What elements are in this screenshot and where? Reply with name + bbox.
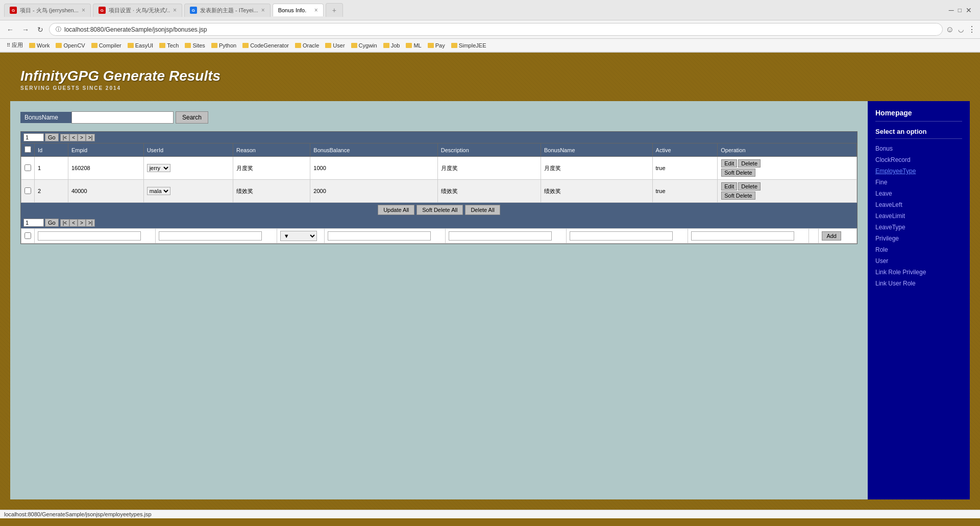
bookmark-cygwin-label: Cygwin [359,42,377,49]
sidebar-item-leavelimit[interactable]: LeaveLimit [875,210,962,222]
tab-3[interactable]: G 发表新的主题 - ITeyei... × [184,4,271,17]
back-btn[interactable]: ← [4,25,16,35]
sidebar-item-clockrecord[interactable]: ClockRecord [875,154,962,165]
bottom-first-page-btn[interactable]: |< [60,219,69,227]
bookmark-cygwin[interactable]: Cygwin [349,41,380,50]
row2-checkbox[interactable] [24,187,31,194]
top-page-input[interactable] [23,133,44,141]
search-button[interactable]: Search [176,111,208,124]
bookmark-tech[interactable]: Tech [157,41,181,50]
bottom-prev-page-btn[interactable]: < [69,219,78,227]
bookmark-easyui-label: EasyUI [135,42,153,49]
add-id-input[interactable] [38,231,141,241]
add-bonusname-input[interactable] [691,231,794,241]
sidebar-item-link-user-role[interactable]: Link User Role [875,278,962,289]
prev-page-btn[interactable]: < [69,134,78,141]
row2-bonusname: 绩效奖 [541,180,652,203]
sidebar-item-leaveleft[interactable]: LeaveLeft [875,199,962,210]
row2-delete-btn[interactable]: Delete [738,182,761,190]
row2-edit-btn[interactable]: Edit [721,182,737,190]
sidebar-item-employeetype[interactable]: EmployeeType [875,165,962,177]
add-checkbox[interactable] [24,232,31,239]
row1-operations: EditDelete Soft Delete [718,157,857,180]
bookmark-compiler-label: Compiler [99,42,121,49]
update-all-btn[interactable]: Update All [378,205,414,215]
sidebar-item-leave[interactable]: Leave [875,188,962,199]
add-bonusbalance-input[interactable] [449,231,552,241]
sidebar-item-user[interactable]: User [875,255,962,267]
close-btn[interactable]: ✕ [966,6,972,14]
row1-soft-delete-btn[interactable]: Soft Delete [721,169,755,177]
sidebar-homepage[interactable]: Homepage [875,109,962,122]
tab-3-close[interactable]: × [261,7,265,14]
tab-1[interactable]: G 项目 - 火鸟 (jerryshen... × [4,4,91,17]
first-page-btn[interactable]: |< [60,134,69,141]
next-page-btn[interactable]: > [78,134,86,141]
row2-soft-delete-btn[interactable]: Soft Delete [721,192,755,200]
row1-delete-btn[interactable]: Delete [738,159,761,168]
add-empid-input[interactable] [159,231,262,241]
search-input[interactable] [71,111,174,124]
bookmark-python[interactable]: Python [209,41,239,50]
bookmark-compiler[interactable]: Compiler [89,41,124,50]
profile-icon[interactable]: ☺ [946,25,954,34]
bottom-last-page-btn[interactable]: >| [86,219,95,227]
sidebar-item-link-role-privilege[interactable]: Link Role Privilege [875,267,962,278]
tab-2-close[interactable]: × [173,7,177,14]
minimize-btn[interactable]: ─ [949,6,954,14]
bottom-page-input[interactable] [23,219,44,227]
last-page-btn[interactable]: >| [86,134,95,141]
sidebar-item-bonus[interactable]: Bonus [875,143,962,154]
row1-checkbox[interactable] [24,164,31,171]
bookmark-codegen[interactable]: CodeGenerator [240,41,291,50]
bookmark-pay[interactable]: Pay [425,41,448,50]
row1-userid-select[interactable]: jerry mala [147,164,170,172]
extensions-icon[interactable]: ◡ [958,26,964,33]
add-button[interactable]: Add [822,231,841,241]
bookmark-simplejee[interactable]: SimpleJEE [449,41,489,50]
tab-1-close[interactable]: × [82,7,85,14]
table-row: 1 160208 jerry mala 月度奖 1000 月度奖 [21,157,857,180]
forward-btn[interactable]: → [19,25,32,35]
sidebar-item-fine[interactable]: Fine [875,177,962,188]
reload-btn[interactable]: ↻ [35,25,46,35]
soft-delete-all-btn[interactable]: Soft Delete All [416,205,463,215]
tab-2[interactable]: G 项目设置 · 火鸟/无块式/... × [93,4,182,17]
row1-empid: 160208 [68,157,143,180]
bookmark-oracle[interactable]: Oracle [292,41,322,50]
maximize-btn[interactable]: □ [958,7,962,14]
bookmark-easyui[interactable]: EasyUI [125,41,156,50]
bottom-next-page-btn[interactable]: > [78,219,86,227]
bookmark-sites[interactable]: Sites [182,41,207,50]
tab-4-label: Bonus Info. [278,7,307,13]
sidebar: Homepage Select an option Bonus ClockRec… [868,101,970,499]
tab-2-label: 项目设置 · 火鸟/无块式/... [109,7,170,14]
more-icon[interactable]: ⋮ [968,25,976,34]
bottom-go-btn[interactable]: Go [45,219,59,227]
bookmark-user[interactable]: User [323,41,347,50]
bookmark-work[interactable]: Work [27,41,52,50]
top-go-btn[interactable]: Go [45,133,59,141]
bookmark-ml[interactable]: ML [403,41,424,50]
address-bar[interactable]: ⓘ localhost:8080/GenerateSample/jsonjsp/… [49,23,943,36]
tab-4-close[interactable]: × [314,7,318,14]
sidebar-item-role[interactable]: Role [875,244,962,255]
select-all-checkbox[interactable] [24,146,31,153]
add-userid-select[interactable]: ▼ jerry mala [280,231,317,241]
sidebar-item-privilege[interactable]: Privilege [875,233,962,244]
row1-reason: 月度奖 [233,157,310,180]
bookmark-apps[interactable]: ⠿ 应用 [4,40,26,50]
new-tab-btn[interactable]: + [326,3,343,17]
add-row-table: ▼ jerry mala Add [21,228,857,244]
tab-4[interactable]: Bonus Info. × [273,4,324,16]
sidebar-item-leavetype[interactable]: LeaveType [875,222,962,233]
col-header-userid: UserId [143,144,233,157]
row1-edit-btn[interactable]: Edit [721,159,737,168]
row2-userid-select[interactable]: mala jerry [147,187,170,195]
add-description-input[interactable] [570,231,673,241]
bookmark-opencv[interactable]: OpenCV [53,41,87,50]
add-reason-input[interactable] [328,231,431,241]
bookmark-job[interactable]: Job [381,41,403,50]
delete-all-btn[interactable]: Delete All [465,205,500,215]
row1-active: true [652,157,718,180]
